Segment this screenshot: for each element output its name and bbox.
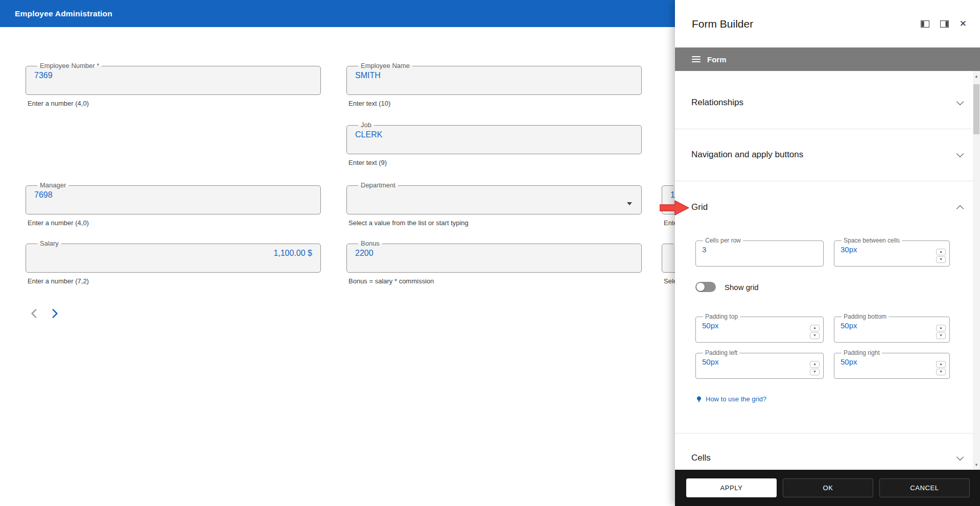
previous-record-button[interactable]: [27, 306, 42, 322]
field-label: Job: [358, 122, 374, 129]
chevron-up-icon: [956, 205, 964, 212]
padding-bottom-input[interactable]: Padding bottom 50px ▴ ▾: [834, 314, 950, 343]
section-cells[interactable]: Cells: [691, 442, 963, 474]
builder-header: Form Builder ✕: [675, 0, 980, 47]
field-value: 50px: [841, 357, 943, 366]
chevron-down-icon: [956, 150, 964, 157]
field-manager: Manager 7698 Enter a number (4,0): [26, 182, 321, 227]
scroll-down-icon[interactable]: ▼: [973, 461, 980, 469]
field-bonus: Bonus 2200 Bonus = salary * commission: [346, 240, 642, 285]
cells-per-row-input[interactable]: Cells per row 3: [695, 237, 824, 267]
field-job: Job CLERK Enter text (9): [346, 122, 642, 166]
manager-input[interactable]: Manager 7698: [26, 182, 321, 214]
chevron-down-icon: [956, 453, 964, 461]
cancel-button[interactable]: CANCEL: [879, 478, 970, 497]
chevron-left-icon: [28, 307, 41, 320]
padding-top-input[interactable]: Padding top 50px ▴ ▾: [695, 314, 824, 343]
form-bar-label: Form: [707, 55, 727, 64]
chevron-right-icon: [48, 307, 61, 320]
dock-left-icon[interactable]: [920, 19, 930, 29]
field-value: 1,100.00 $: [34, 249, 312, 258]
decrement-button[interactable]: ▾: [810, 332, 820, 339]
grid-help-link[interactable]: How to use the grid?: [695, 395, 766, 403]
field-hint: Enter text (10): [346, 100, 642, 107]
employee-number-input[interactable]: Employee Number * 7369: [26, 62, 321, 95]
scrollbar-thumb[interactable]: [973, 84, 979, 134]
dock-right-icon[interactable]: [939, 19, 950, 29]
field-label: Department: [358, 182, 398, 189]
field-value: 7369: [34, 71, 312, 80]
field-value: 30px: [841, 245, 943, 254]
field-label: Padding bottom: [842, 314, 889, 320]
grid-help-label: How to use the grid?: [706, 395, 766, 403]
field-department: Department Select a value from the list …: [346, 182, 642, 227]
field-label: Space between cells: [842, 237, 902, 244]
field-hint: Enter text (9): [346, 159, 642, 166]
decrement-button[interactable]: ▾: [936, 332, 946, 339]
chevron-down-icon: [956, 98, 964, 105]
field-label: Employee Number *: [37, 62, 102, 69]
decrement-button[interactable]: ▾: [936, 256, 946, 263]
grid-highlight-arrow: [660, 200, 689, 215]
divider: [675, 129, 973, 129]
field-employee-number: Employee Number * 7369 Enter a number (4…: [26, 62, 321, 107]
stepper: ▴ ▾: [936, 325, 946, 339]
show-grid-toggle[interactable]: [695, 282, 716, 292]
field-value: SMITH: [355, 71, 633, 80]
department-combobox[interactable]: Department: [346, 182, 642, 214]
field-label: Salary: [37, 240, 61, 247]
next-record-button[interactable]: [47, 306, 62, 322]
panel-scrollbar[interactable]: ▲ ▼: [973, 71, 980, 470]
app-title: Employee Administration: [15, 9, 112, 18]
increment-button[interactable]: ▴: [936, 325, 946, 331]
field-label: Cells per row: [703, 237, 743, 244]
section-relationships[interactable]: Relationships: [691, 87, 963, 118]
decrement-button[interactable]: ▾: [810, 369, 820, 375]
padding-left-input[interactable]: Padding left 50px ▴ ▾: [695, 350, 824, 379]
field-hint: Enter a number (4,0): [26, 100, 321, 107]
field-label: Padding top: [703, 314, 740, 320]
section-grid[interactable]: Grid: [691, 191, 963, 223]
stepper: ▴ ▾: [810, 325, 820, 339]
field-value: 50px: [841, 321, 943, 330]
field-hint: Enter a number (7,2): [26, 277, 321, 285]
salary-input[interactable]: Salary 1,100.00 $: [26, 240, 321, 273]
employee-name-input[interactable]: Employee Name SMITH: [346, 62, 642, 95]
lightbulb-icon: [695, 396, 703, 403]
increment-button[interactable]: ▴: [810, 361, 820, 368]
screen: Employee Administration Employee Number …: [0, 0, 980, 506]
apply-button[interactable]: APPLY: [686, 478, 777, 497]
divider: [675, 181, 973, 181]
toggle-knob: [696, 283, 705, 291]
scroll-up-icon[interactable]: ▲: [973, 72, 980, 80]
job-input[interactable]: Job CLERK: [346, 122, 642, 154]
bonus-input[interactable]: Bonus 2200: [346, 240, 642, 273]
field-value: 50px: [702, 357, 817, 366]
field-value: 2200: [355, 249, 633, 258]
stepper: ▴ ▾: [936, 249, 946, 263]
field-label: Manager: [37, 182, 68, 189]
increment-button[interactable]: ▴: [810, 325, 820, 331]
field-label: Bonus: [358, 240, 382, 247]
decrement-button[interactable]: ▾: [936, 369, 946, 375]
increment-button[interactable]: ▴: [936, 361, 946, 368]
dropdown-caret-icon[interactable]: [627, 202, 632, 205]
field-hint: Enter a number (4,0): [26, 219, 321, 227]
field-hint: Bonus = salary * commission: [346, 277, 642, 285]
show-grid-label: Show grid: [725, 283, 759, 292]
hamburger-icon: [692, 56, 701, 63]
ok-button[interactable]: OK: [783, 478, 873, 497]
field-employee-name: Employee Name SMITH Enter text (10): [346, 62, 642, 107]
increment-button[interactable]: ▴: [936, 249, 946, 255]
cell-spacing-input[interactable]: Space between cells 30px ▴ ▾: [834, 237, 950, 267]
stepper: ▴ ▾: [936, 361, 946, 375]
show-grid-row: Show grid: [695, 282, 759, 292]
section-navigation-apply-buttons[interactable]: Navigation and apply buttons: [691, 139, 963, 171]
field-value: CLERK: [355, 130, 633, 139]
field-hint: Select a value from the list or start ty…: [346, 219, 642, 227]
form-bar[interactable]: Form: [675, 47, 980, 71]
padding-right-input[interactable]: Padding right 50px ▴ ▾: [834, 350, 950, 379]
field-label: Employee Name: [358, 62, 412, 69]
close-icon[interactable]: ✕: [959, 18, 968, 29]
field-value: 50px: [702, 321, 817, 330]
